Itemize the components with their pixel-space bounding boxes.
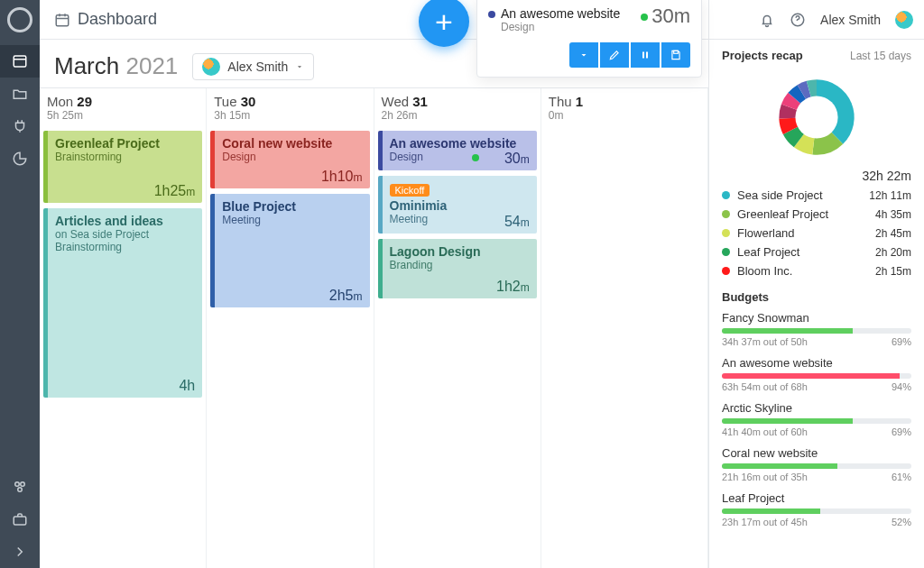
- entry-tag: Kickoff: [390, 184, 430, 197]
- budget-item[interactable]: An awesome website63h 54m out of 68h94%: [722, 356, 911, 392]
- budget-progress: 63h 54m out of 68h: [722, 381, 808, 392]
- budget-name: Fancy Snowman: [722, 311, 911, 325]
- budget-name: Coral new website: [722, 446, 911, 460]
- right-topbar: Alex Smith: [709, 0, 924, 40]
- live-indicator: [641, 14, 648, 21]
- day-header: Tue 30 3h 15m: [207, 88, 373, 127]
- calendar-icon: [54, 12, 70, 28]
- budget-item[interactable]: Fancy Snowman34h 37m out of 50h69%: [722, 311, 911, 347]
- legend-color-dot: [722, 210, 730, 218]
- day-header: Thu 1 0m: [541, 88, 707, 127]
- time-entry[interactable]: Lagoon DesignBranding1h2m: [378, 239, 537, 298]
- day-header: Wed 31 2h 26m: [374, 88, 541, 127]
- budget-progress: 41h 40m out of 60h: [722, 426, 808, 437]
- time-entry[interactable]: Blue ProjectMeeting2h5m: [210, 194, 369, 307]
- nav-dashboard-icon[interactable]: [0, 45, 40, 78]
- entry-name: An awesome website: [390, 136, 530, 151]
- active-timer-card: An awesome website Design 30m: [476, 0, 702, 78]
- time-entry[interactable]: Greenleaf ProjectBrainstorming1h25m: [43, 131, 202, 203]
- legend-name: Flowerland: [737, 226, 795, 240]
- svg-point-3: [18, 488, 23, 492]
- entry-duration: 1h2m: [496, 279, 530, 295]
- budget-bar: [722, 328, 911, 334]
- budget-name: Arctic Skyline: [722, 401, 911, 415]
- user-filter-chip[interactable]: Alex Smith: [192, 53, 314, 80]
- day-header: Mon 29 5h 25m: [40, 88, 206, 127]
- entry-duration: 1h25m: [154, 183, 196, 199]
- time-entry[interactable]: Coral new websiteDesign1h10m: [210, 131, 369, 188]
- legend-item[interactable]: Flowerland2h 45m: [722, 226, 911, 240]
- budget-pct: 69%: [892, 426, 911, 437]
- user-filter-name: Alex Smith: [227, 60, 288, 74]
- entry-duration: 30m: [504, 151, 530, 167]
- budget-bar: [722, 463, 911, 469]
- legend-name: Sea side Project: [737, 188, 823, 202]
- timer-edit-button[interactable]: [600, 42, 629, 68]
- budget-item[interactable]: Leaf Project23h 17m out of 45h52%: [722, 491, 911, 527]
- svg-point-1: [15, 482, 20, 487]
- day-col-mon: Mon 29 5h 25m Greenleaf ProjectBrainstor…: [40, 88, 207, 568]
- recap-header: Projects recap Last 15 days: [722, 49, 911, 62]
- help-icon[interactable]: [790, 12, 806, 28]
- entry-duration: 1h10m: [321, 169, 363, 185]
- nav-expand-icon[interactable]: [0, 536, 40, 568]
- legend-item[interactable]: Bloom Inc.2h 15m: [722, 264, 911, 278]
- time-entry[interactable]: Articles and ideason Sea side ProjectBra…: [43, 208, 202, 398]
- legend-name: Leaf Project: [737, 245, 799, 259]
- budget-bar: [722, 508, 911, 514]
- budget-item[interactable]: Arctic Skyline41h 40m out of 60h69%: [722, 401, 911, 437]
- timer-pause-button[interactable]: [631, 42, 660, 68]
- timer-more-button[interactable]: [569, 42, 598, 68]
- app-logo[interactable]: [7, 7, 32, 32]
- timer-save-button[interactable]: [661, 42, 690, 68]
- budget-pct: 61%: [892, 472, 911, 482]
- svg-rect-5: [56, 14, 69, 25]
- time-entry[interactable]: KickoffOminimiaMeeting54m: [378, 176, 537, 234]
- avatar[interactable]: [895, 11, 913, 29]
- avatar: [202, 58, 220, 76]
- recap-range-selector[interactable]: Last 15 days: [850, 50, 911, 62]
- entry-name: Greenleaf Project: [55, 136, 195, 151]
- timer-elapsed: 30m: [641, 5, 690, 28]
- legend-color-dot: [722, 229, 730, 237]
- nav-projects-icon[interactable]: [0, 78, 40, 110]
- topbar: Dashboard + An awesome website Design 30…: [40, 0, 708, 40]
- svg-point-10: [795, 96, 837, 138]
- legend-color-dot: [722, 267, 730, 275]
- day-col-thu: Thu 1 0m: [541, 88, 708, 568]
- sidebar: [0, 0, 40, 568]
- nav-team-icon[interactable]: [0, 471, 40, 503]
- svg-point-2: [21, 482, 25, 487]
- entry-sub: Brainstorming: [55, 151, 195, 163]
- page-title: Dashboard: [54, 10, 157, 29]
- nav-briefcase-icon[interactable]: [0, 503, 40, 536]
- nav-plug-icon[interactable]: [0, 110, 40, 142]
- legend-name: Bloom Inc.: [737, 264, 792, 278]
- entry-sub: Meeting: [222, 214, 362, 226]
- legend-color-dot: [722, 191, 730, 199]
- legend-value: 2h 45m: [875, 227, 911, 240]
- day-col-wed: Wed 31 2h 26m An awesome websiteDesign30…: [374, 88, 541, 568]
- bell-icon[interactable]: [759, 12, 775, 28]
- legend-value: 4h 35m: [875, 208, 911, 221]
- entry-duration: 2h5m: [329, 288, 363, 304]
- recap-total: 32h 22m: [722, 169, 911, 183]
- nav-reports-icon[interactable]: [0, 142, 40, 175]
- entry-name: Lagoon Design: [390, 244, 530, 259]
- entry-name: Coral new website: [222, 136, 362, 151]
- entry-name: Blue Project: [222, 199, 362, 214]
- legend-item[interactable]: Greenleaf Project4h 35m: [722, 207, 911, 221]
- budget-progress: 23h 17m out of 45h: [722, 517, 808, 527]
- svg-rect-4: [14, 517, 26, 525]
- recap-legend: Sea side Project12h 11mGreenleaf Project…: [722, 188, 911, 278]
- legend-value: 2h 20m: [875, 246, 911, 259]
- legend-item[interactable]: Sea side Project12h 11m: [722, 188, 911, 202]
- budget-progress: 34h 37m out of 50h: [722, 336, 808, 347]
- projects-donut-chart: [762, 68, 871, 167]
- budget-pct: 52%: [892, 517, 911, 527]
- budget-item[interactable]: Coral new website21h 16m out of 35h61%: [722, 446, 911, 482]
- budgets-title: Budgets: [722, 290, 911, 304]
- current-user-name[interactable]: Alex Smith: [820, 13, 881, 27]
- legend-item[interactable]: Leaf Project2h 20m: [722, 245, 911, 259]
- time-entry[interactable]: An awesome websiteDesign30m: [378, 131, 537, 170]
